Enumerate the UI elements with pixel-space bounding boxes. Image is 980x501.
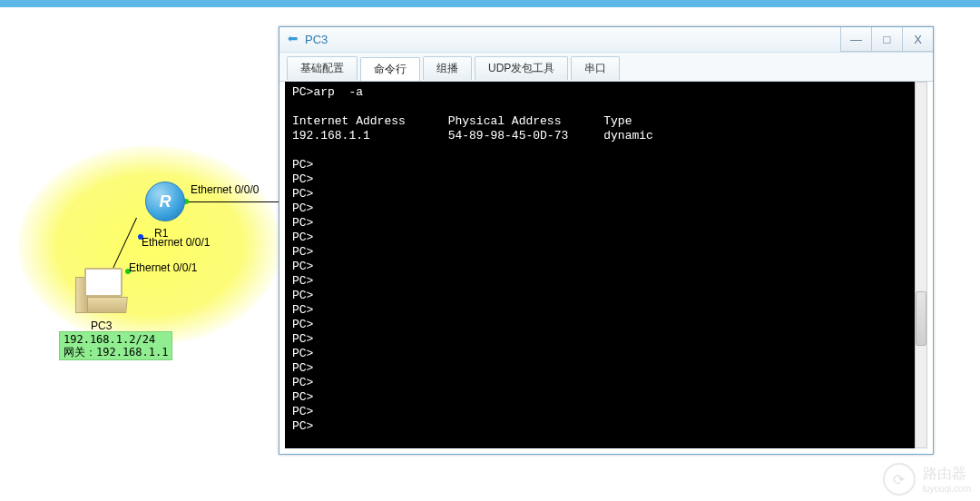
watermark-logo-icon: ⟳	[883, 463, 916, 496]
window-controls: — □ X	[840, 27, 933, 52]
watermark: ⟳ 路由器 luyouqi.com	[883, 463, 971, 496]
maximize-button[interactable]: □	[871, 27, 902, 52]
pc-gateway-line: 网关：192.168.1.1	[64, 346, 168, 359]
interface-label: Ethernet 0/0/1	[129, 261, 197, 274]
close-button[interactable]: X	[902, 27, 933, 52]
window-title: PC3	[305, 33, 328, 46]
tab-串口[interactable]: 串口	[571, 56, 620, 80]
app-top-bar	[0, 0, 980, 7]
pc-icon[interactable]	[75, 268, 130, 318]
tab-组播[interactable]: 组播	[423, 56, 472, 80]
pc-label: PC3	[91, 319, 112, 332]
app-icon	[285, 33, 299, 47]
pc-ip: 192.168.1.2/24	[64, 333, 168, 346]
minimize-button[interactable]: —	[840, 27, 871, 52]
tab-命令行[interactable]: 命令行	[360, 57, 420, 81]
router-glyph: R	[160, 192, 172, 211]
tab-UDP发包工具[interactable]: UDP发包工具	[475, 56, 568, 80]
watermark-sub: luyouqi.com	[923, 484, 971, 494]
pc-info-box: 192.168.1.2/24 网关：192.168.1.1	[59, 331, 172, 360]
topology-canvas: R R1 Ethernet 0/0/0 Ethernet 0/0/1 Ether…	[18, 127, 290, 381]
titlebar[interactable]: PC3 — □ X	[279, 27, 933, 53]
terminal-output[interactable]: PC>arp -a Internet Address Physical Addr…	[285, 82, 927, 448]
tab-bar: 基础配置命令行组播UDP发包工具串口	[279, 53, 933, 82]
scrollbar-thumb[interactable]	[916, 291, 926, 346]
terminal-window: PC3 — □ X 基础配置命令行组播UDP发包工具串口 PC>arp -a I…	[279, 26, 934, 455]
router-icon[interactable]: R	[145, 182, 185, 221]
scrollbar[interactable]	[915, 82, 927, 448]
interface-label: Ethernet 0/0/0	[191, 183, 259, 196]
watermark-text: 路由器	[923, 466, 966, 481]
tab-基础配置[interactable]: 基础配置	[287, 56, 358, 80]
interface-label: Ethernet 0/0/1	[142, 236, 210, 249]
